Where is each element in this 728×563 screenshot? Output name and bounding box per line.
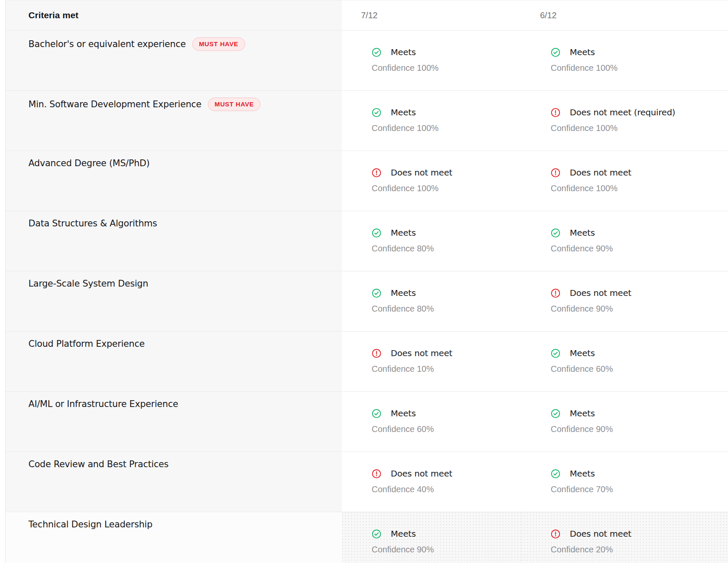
status-label: Does not meet bbox=[570, 288, 631, 298]
criteria-row: Large-Scale System Design Meets Confiden… bbox=[6, 271, 728, 332]
criteria-row: Advanced Degree (MS/PhD) Does not meet C… bbox=[6, 151, 728, 211]
alert-circle-icon bbox=[372, 469, 381, 479]
criteria-met-header-cell: Criteria met bbox=[6, 0, 342, 30]
criterion-cell: Technical Design Leadership bbox=[6, 512, 342, 563]
check-circle-icon bbox=[551, 47, 560, 57]
evaluation-cell: Does not meet Confidence 100% bbox=[521, 151, 728, 211]
must-have-badge: MUST HAVE bbox=[208, 98, 261, 111]
confidence-text: Confidence 80% bbox=[372, 303, 521, 314]
status-label: Does not meet (required) bbox=[570, 107, 675, 117]
alert-circle-icon bbox=[551, 529, 560, 539]
confidence-text: Confidence 100% bbox=[372, 62, 521, 73]
check-circle-icon bbox=[372, 529, 381, 539]
alert-circle-icon bbox=[551, 108, 560, 117]
criteria-met-label: Criteria met bbox=[28, 10, 78, 20]
evaluation-cell: Meets Confidence 80% bbox=[342, 271, 521, 331]
status-label: Does not meet bbox=[391, 167, 452, 178]
confidence-text: Confidence 90% bbox=[551, 303, 728, 314]
check-circle-icon bbox=[372, 47, 381, 57]
criteria-row: AI/ML or Infrastructure Experience Meets… bbox=[6, 392, 728, 452]
evaluation-cell: Does not meet Confidence 20% bbox=[521, 512, 728, 563]
status-label: Does not meet bbox=[391, 348, 452, 358]
confidence-text: Confidence 100% bbox=[551, 183, 728, 194]
criterion-cell: Large-Scale System Design bbox=[6, 271, 342, 331]
status-label: Meets bbox=[570, 47, 595, 57]
confidence-text: Confidence 100% bbox=[551, 62, 728, 73]
candidate-1-score-cell: 7/12 bbox=[342, 0, 521, 30]
evaluation-cell: Does not meet Confidence 10% bbox=[342, 332, 521, 391]
confidence-text: Confidence 100% bbox=[551, 123, 728, 134]
confidence-text: Confidence 70% bbox=[551, 484, 728, 495]
check-circle-icon bbox=[551, 409, 560, 418]
check-circle-icon bbox=[551, 228, 560, 238]
evaluation-cell: Does not meet Confidence 100% bbox=[342, 151, 521, 211]
criterion-title: Data Structures & Algorithms bbox=[28, 218, 157, 229]
confidence-text: Confidence 90% bbox=[551, 424, 728, 435]
criterion-cell: Bachelor's or equivalent experience MUST… bbox=[6, 31, 342, 90]
criterion-title: Bachelor's or equivalent experience bbox=[28, 39, 186, 50]
status-label: Meets bbox=[391, 529, 416, 539]
status-label: Meets bbox=[391, 408, 416, 418]
check-circle-icon bbox=[372, 409, 381, 418]
criterion-title: Code Review and Best Practices bbox=[28, 459, 168, 470]
status-label: Meets bbox=[391, 107, 416, 117]
alert-circle-icon bbox=[372, 168, 381, 178]
criteria-row: Code Review and Best Practices Does not … bbox=[6, 452, 728, 512]
evaluation-cell: Meets Confidence 60% bbox=[521, 332, 728, 391]
criterion-cell: Cloud Platform Experience bbox=[6, 332, 342, 391]
criteria-row: Cloud Platform Experience Does not meet … bbox=[6, 332, 728, 392]
evaluation-cell: Does not meet (required) Confidence 100% bbox=[521, 91, 728, 151]
table-header-row: Criteria met 7/12 6/12 bbox=[6, 0, 728, 31]
check-circle-icon bbox=[551, 348, 560, 358]
status-label: Meets bbox=[570, 348, 595, 358]
status-label: Does not meet bbox=[570, 167, 631, 178]
evaluation-cell: Meets Confidence 90% bbox=[521, 392, 728, 452]
check-circle-icon bbox=[551, 469, 560, 479]
status-label: Meets bbox=[391, 47, 416, 57]
evaluation-cell: Meets Confidence 80% bbox=[342, 211, 521, 271]
criterion-title: Large-Scale System Design bbox=[28, 278, 148, 290]
status-label: Meets bbox=[570, 408, 595, 418]
criterion-cell: Code Review and Best Practices bbox=[6, 452, 342, 512]
evaluation-cell: Does not meet Confidence 40% bbox=[342, 452, 521, 512]
candidate-1-score: 7/12 bbox=[361, 11, 378, 20]
evaluation-cell: Meets Confidence 90% bbox=[342, 512, 521, 563]
evaluation-cell: Does not meet Confidence 90% bbox=[521, 271, 728, 331]
confidence-text: Confidence 60% bbox=[551, 363, 728, 374]
status-label: Does not meet bbox=[391, 468, 452, 479]
confidence-text: Confidence 40% bbox=[372, 484, 521, 495]
status-label: Does not meet bbox=[570, 529, 631, 539]
status-label: Meets bbox=[391, 288, 416, 298]
criterion-cell: Data Structures & Algorithms bbox=[6, 211, 342, 271]
status-label: Meets bbox=[570, 468, 595, 479]
confidence-text: Confidence 90% bbox=[551, 243, 728, 254]
must-have-badge: MUST HAVE bbox=[192, 37, 245, 51]
criterion-title: Min. Software Development Experience bbox=[28, 99, 202, 110]
check-circle-icon bbox=[372, 228, 381, 238]
criteria-row: Bachelor's or equivalent experience MUST… bbox=[6, 31, 728, 91]
criteria-row: Min. Software Development Experience MUS… bbox=[6, 91, 728, 151]
confidence-text: Confidence 60% bbox=[372, 424, 521, 435]
criteria-row: Data Structures & Algorithms Meets Confi… bbox=[6, 211, 728, 271]
evaluation-cell: Meets Confidence 60% bbox=[342, 392, 521, 452]
evaluation-cell: Meets Confidence 100% bbox=[342, 91, 521, 151]
evaluation-cell: Meets Confidence 100% bbox=[342, 31, 521, 90]
confidence-text: Confidence 100% bbox=[372, 123, 521, 134]
candidate-2-score-cell: 6/12 bbox=[521, 0, 728, 30]
criterion-cell: Min. Software Development Experience MUS… bbox=[6, 91, 342, 151]
check-circle-icon bbox=[372, 288, 381, 298]
criterion-title: Advanced Degree (MS/PhD) bbox=[28, 158, 150, 169]
check-circle-icon bbox=[372, 108, 381, 117]
alert-circle-icon bbox=[551, 288, 560, 298]
criteria-comparison-table: Criteria met 7/12 6/12 Bachelor's or equ… bbox=[5, 0, 728, 563]
evaluation-cell: Meets Confidence 70% bbox=[521, 452, 728, 512]
evaluation-cell: Meets Confidence 100% bbox=[521, 31, 728, 90]
confidence-text: Confidence 100% bbox=[372, 183, 521, 194]
criterion-title: AI/ML or Infrastructure Experience bbox=[28, 399, 178, 410]
criterion-title: Technical Design Leadership bbox=[28, 519, 152, 530]
criterion-title: Cloud Platform Experience bbox=[28, 338, 145, 350]
confidence-text: Confidence 90% bbox=[372, 544, 521, 555]
confidence-text: Confidence 20% bbox=[551, 544, 728, 555]
alert-circle-icon bbox=[372, 348, 381, 358]
criterion-cell: Advanced Degree (MS/PhD) bbox=[6, 151, 342, 211]
